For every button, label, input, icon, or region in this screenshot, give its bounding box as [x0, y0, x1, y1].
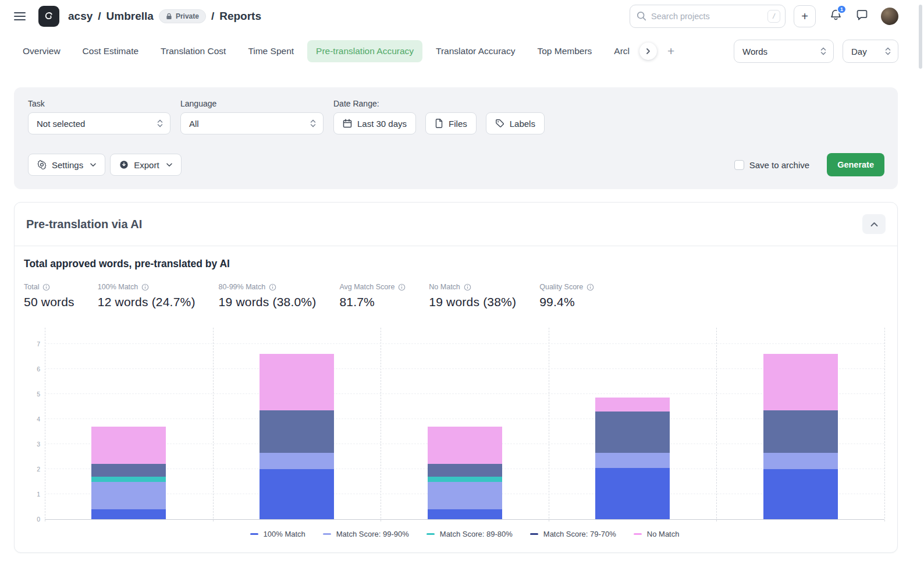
- tabs-scroll-right-button[interactable]: [639, 42, 657, 60]
- tab-arcl[interactable]: Arcl: [605, 40, 638, 62]
- vertical-gridline: [884, 328, 885, 522]
- bar-segment-100-match[interactable]: [428, 509, 502, 519]
- search-shortcut-hint: /: [767, 10, 780, 23]
- horizontal-gridline: [45, 393, 884, 394]
- bar-segment-match-score-99-90[interactable]: [91, 482, 166, 509]
- legend-item-match-score-79-70[interactable]: Match Score: 79-70%: [530, 530, 616, 538]
- file-icon: [435, 119, 443, 128]
- bar-segment-100-match[interactable]: [91, 509, 166, 519]
- legend-item-100-match[interactable]: 100% Match: [250, 530, 305, 538]
- date-range-label: Date Range:: [333, 99, 545, 108]
- stat-100-match: 100% Match12 words (24.7%): [98, 283, 196, 309]
- stat-value: 81.7%: [339, 295, 406, 309]
- save-to-archive-control: Save to archive: [734, 160, 809, 170]
- notification-badge: 1: [837, 5, 847, 14]
- bar-group-5[interactable]: [763, 354, 838, 519]
- stat-label: Avg Match Score: [339, 283, 395, 291]
- task-label: Task: [28, 99, 170, 108]
- legend-item-no-match[interactable]: No Match: [634, 530, 680, 538]
- bar-segment-match-score-79-70[interactable]: [260, 410, 334, 453]
- scrollbar-thumb[interactable]: [919, 5, 922, 69]
- breadcrumb: acsy / Umbrella Private / Reports: [68, 9, 261, 23]
- bar-segment-no-match[interactable]: [428, 427, 502, 464]
- labels-button-label: Labels: [510, 119, 535, 129]
- breadcrumb-section: Reports: [219, 10, 261, 23]
- tab-top-members[interactable]: Top Members: [528, 40, 600, 62]
- gear-icon: [37, 160, 47, 169]
- tab-cost-estimate[interactable]: Cost Estimate: [74, 40, 147, 62]
- breadcrumb-org[interactable]: acsy: [68, 10, 93, 23]
- notifications-button[interactable]: 1: [830, 9, 842, 24]
- search-input[interactable]: [630, 5, 786, 28]
- bar-group-2[interactable]: [260, 354, 334, 519]
- bar-group-1[interactable]: [91, 427, 166, 519]
- date-range-value: Last 30 days: [357, 119, 407, 129]
- language-label: Language: [180, 99, 324, 108]
- legend-swatch: [427, 533, 435, 535]
- legend-item-match-score-89-80[interactable]: Match Score: 89-80%: [427, 530, 513, 538]
- hamburger-menu-icon[interactable]: [14, 12, 26, 20]
- settings-button[interactable]: Settings: [28, 154, 105, 176]
- collapse-section-button[interactable]: [862, 214, 886, 234]
- bar-segment-100-match[interactable]: [763, 469, 838, 519]
- stat-total: Total50 words: [24, 283, 74, 309]
- chart-legend: 100% MatchMatch Score: 99-90%Match Score…: [45, 530, 884, 538]
- y-axis-tick-label: 6: [24, 366, 40, 373]
- stat-label: Quality Score: [539, 283, 583, 291]
- save-to-archive-checkbox[interactable]: [734, 160, 744, 170]
- page: acsy / Umbrella Private / Reports /: [0, 0, 924, 564]
- vertical-gridline: [381, 328, 381, 522]
- period-select[interactable]: Day: [843, 40, 898, 63]
- bar-segment-match-score-79-70[interactable]: [595, 412, 670, 453]
- tab-overview[interactable]: Overview: [14, 40, 69, 62]
- bar-segment-match-score-79-70[interactable]: [91, 464, 166, 477]
- messages-button[interactable]: [856, 9, 868, 24]
- info-icon: [42, 283, 50, 291]
- bar-segment-no-match[interactable]: [763, 354, 838, 410]
- bar-segment-match-score-79-70[interactable]: [428, 464, 502, 477]
- add-report-tab-button[interactable]: +: [667, 44, 674, 58]
- app-logo[interactable]: [38, 6, 59, 27]
- tab-time-spent[interactable]: Time Spent: [239, 40, 303, 62]
- chart-plot: 01234567: [45, 328, 884, 520]
- bar-segment-match-score-79-70[interactable]: [763, 410, 838, 453]
- bar-segment-100-match[interactable]: [260, 469, 334, 519]
- bar-segment-no-match[interactable]: [91, 427, 166, 464]
- labels-filter-button[interactable]: Labels: [486, 112, 545, 134]
- bar-segment-100-match[interactable]: [595, 468, 670, 519]
- unit-select[interactable]: Words: [734, 40, 834, 63]
- language-select[interactable]: All: [180, 112, 324, 134]
- export-button[interactable]: Export: [110, 154, 181, 176]
- bar-segment-no-match[interactable]: [595, 398, 670, 412]
- date-range-button[interactable]: Last 30 days: [333, 112, 416, 134]
- create-project-button[interactable]: +: [794, 5, 816, 27]
- bar-segment-match-score-99-90[interactable]: [260, 453, 334, 469]
- bar-segment-match-score-99-90[interactable]: [595, 453, 670, 468]
- tab-translator-accuracy[interactable]: Translator Accuracy: [427, 40, 524, 62]
- bar-group-3[interactable]: [428, 427, 502, 519]
- bar-segment-match-score-89-80[interactable]: [91, 477, 166, 482]
- user-avatar[interactable]: [881, 8, 898, 25]
- breadcrumb-project[interactable]: Umbrella: [106, 10, 154, 23]
- bar-segment-match-score-89-80[interactable]: [428, 477, 502, 482]
- info-icon: [269, 283, 276, 291]
- legend-label: 100% Match: [264, 530, 305, 538]
- stats-row: Total50 words100% Match12 words (24.7%)8…: [24, 283, 888, 309]
- legend-item-match-score-99-90[interactable]: Match Score: 99-90%: [323, 530, 409, 538]
- bar-segment-no-match[interactable]: [260, 354, 334, 410]
- y-axis-tick-label: 3: [24, 441, 40, 448]
- task-select[interactable]: Not selected: [28, 112, 170, 134]
- tab-pre-translation-accuracy[interactable]: Pre-translation Accuracy: [307, 40, 422, 62]
- bar-segment-match-score-99-90[interactable]: [763, 453, 838, 469]
- legend-label: Match Score: 79-70%: [543, 530, 616, 538]
- breadcrumb-separator: /: [211, 10, 214, 23]
- tab-translation-cost[interactable]: Translation Cost: [152, 40, 234, 62]
- stat-avg-match-score: Avg Match Score81.7%: [339, 283, 406, 309]
- files-filter-button[interactable]: Files: [425, 112, 477, 134]
- bar-group-4[interactable]: [595, 398, 670, 519]
- calendar-icon: [343, 119, 352, 128]
- bar-segment-match-score-99-90[interactable]: [428, 482, 502, 509]
- report-card: Pre-translation via AI Total approved wo…: [14, 202, 898, 553]
- info-icon: [141, 283, 149, 291]
- generate-button[interactable]: Generate: [827, 153, 884, 176]
